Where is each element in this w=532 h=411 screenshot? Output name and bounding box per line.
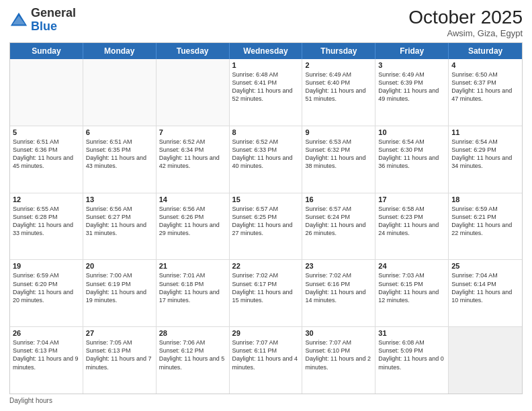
logo-blue-text: Blue <box>31 19 57 33</box>
cell-info: Sunrise: 6:48 AM Sunset: 6:41 PM Dayligh… <box>232 71 300 103</box>
day-number: 9 <box>305 128 372 136</box>
cal-week-5: 26Sunrise: 7:04 AM Sunset: 6:13 PM Dayli… <box>10 327 522 394</box>
month-title: October 2025 <box>408 7 523 28</box>
day-number: 28 <box>159 329 226 337</box>
cal-week-1: 1Sunrise: 6:48 AM Sunset: 6:41 PM Daylig… <box>10 59 522 126</box>
day-number: 21 <box>159 262 226 270</box>
day-number: 1 <box>232 61 300 69</box>
day-number: 14 <box>159 195 226 203</box>
cal-cell-day-14: 14Sunrise: 6:56 AM Sunset: 6:26 PM Dayli… <box>157 193 230 260</box>
calendar-body: 1Sunrise: 6:48 AM Sunset: 6:41 PM Daylig… <box>10 59 522 394</box>
cell-info: Sunrise: 6:51 AM Sunset: 6:36 PM Dayligh… <box>13 138 80 171</box>
day-number: 8 <box>232 128 300 136</box>
cal-cell-day-24: 24Sunrise: 7:03 AM Sunset: 6:15 PM Dayli… <box>375 260 449 326</box>
cell-info: Sunrise: 6:50 AM Sunset: 6:37 PM Dayligh… <box>451 71 519 103</box>
cal-header-thursday: Thursday <box>302 43 375 59</box>
day-number: 30 <box>305 329 372 337</box>
cell-info: Sunrise: 7:02 AM Sunset: 6:17 PM Dayligh… <box>232 271 300 304</box>
cell-info: Sunrise: 6:52 AM Sunset: 6:33 PM Dayligh… <box>232 138 300 171</box>
location: Awsim, Giza, Egypt <box>408 28 523 38</box>
cal-cell-empty <box>449 327 522 394</box>
cal-cell-day-6: 6Sunrise: 6:51 AM Sunset: 6:35 PM Daylig… <box>83 126 157 193</box>
cal-cell-empty <box>83 59 157 126</box>
day-number: 4 <box>451 61 519 69</box>
cal-cell-day-23: 23Sunrise: 7:02 AM Sunset: 6:16 PM Dayli… <box>302 260 375 326</box>
cal-week-3: 12Sunrise: 6:55 AM Sunset: 6:28 PM Dayli… <box>10 193 522 261</box>
calendar: SundayMondayTuesdayWednesdayThursdayFrid… <box>9 42 523 394</box>
cal-cell-day-10: 10Sunrise: 6:54 AM Sunset: 6:30 PM Dayli… <box>375 126 449 193</box>
cell-info: Sunrise: 6:08 AM Sunset: 5:09 PM Dayligh… <box>378 338 445 371</box>
day-number: 16 <box>305 195 372 203</box>
day-number: 11 <box>451 128 519 136</box>
cal-cell-day-19: 19Sunrise: 6:59 AM Sunset: 6:20 PM Dayli… <box>10 260 83 326</box>
cell-info: Sunrise: 7:04 AM Sunset: 6:13 PM Dayligh… <box>13 338 80 371</box>
logo-text: General Blue <box>31 7 76 34</box>
cal-cell-day-28: 28Sunrise: 7:06 AM Sunset: 6:12 PM Dayli… <box>157 327 230 394</box>
day-number: 31 <box>378 329 445 337</box>
cal-cell-day-7: 7Sunrise: 6:52 AM Sunset: 6:34 PM Daylig… <box>157 126 230 193</box>
cal-cell-day-13: 13Sunrise: 6:56 AM Sunset: 6:27 PM Dayli… <box>83 193 157 260</box>
day-number: 3 <box>378 61 445 69</box>
cell-info: Sunrise: 7:01 AM Sunset: 6:18 PM Dayligh… <box>159 271 226 304</box>
day-number: 10 <box>378 128 445 136</box>
cal-cell-day-2: 2Sunrise: 6:49 AM Sunset: 6:40 PM Daylig… <box>302 59 375 126</box>
cal-cell-day-26: 26Sunrise: 7:04 AM Sunset: 6:13 PM Dayli… <box>10 327 83 394</box>
cell-info: Sunrise: 6:56 AM Sunset: 6:27 PM Dayligh… <box>86 205 153 238</box>
cal-header-saturday: Saturday <box>449 43 522 59</box>
cell-info: Sunrise: 6:54 AM Sunset: 6:29 PM Dayligh… <box>451 138 519 171</box>
day-number: 25 <box>451 262 519 270</box>
cal-cell-day-11: 11Sunrise: 6:54 AM Sunset: 6:29 PM Dayli… <box>449 126 522 193</box>
cal-cell-day-16: 16Sunrise: 6:57 AM Sunset: 6:24 PM Dayli… <box>302 193 375 260</box>
cell-info: Sunrise: 6:58 AM Sunset: 6:23 PM Dayligh… <box>378 205 445 238</box>
day-number: 29 <box>232 329 300 337</box>
cal-cell-day-20: 20Sunrise: 7:00 AM Sunset: 6:19 PM Dayli… <box>83 260 157 326</box>
day-number: 2 <box>305 61 372 69</box>
cell-info: Sunrise: 6:56 AM Sunset: 6:26 PM Dayligh… <box>159 205 226 238</box>
cal-cell-day-4: 4Sunrise: 6:50 AM Sunset: 6:37 PM Daylig… <box>449 59 522 126</box>
cell-info: Sunrise: 6:57 AM Sunset: 6:24 PM Dayligh… <box>305 205 372 238</box>
day-number: 15 <box>232 195 300 203</box>
cal-header-friday: Friday <box>375 43 449 59</box>
cal-cell-empty <box>10 59 83 126</box>
cell-info: Sunrise: 7:04 AM Sunset: 6:14 PM Dayligh… <box>451 271 519 304</box>
page: General Blue October 2025 Awsim, Giza, E… <box>0 0 532 411</box>
title-block: October 2025 Awsim, Giza, Egypt <box>408 7 523 38</box>
cal-cell-day-31: 31Sunrise: 6:08 AM Sunset: 5:09 PM Dayli… <box>375 327 449 394</box>
cal-cell-day-30: 30Sunrise: 7:07 AM Sunset: 6:10 PM Dayli… <box>302 327 375 394</box>
footer: Daylight hours <box>9 397 523 404</box>
cell-info: Sunrise: 6:59 AM Sunset: 6:21 PM Dayligh… <box>451 205 519 238</box>
cal-cell-empty <box>157 59 230 126</box>
cell-info: Sunrise: 6:53 AM Sunset: 6:32 PM Dayligh… <box>305 138 372 171</box>
cell-info: Sunrise: 7:07 AM Sunset: 6:10 PM Dayligh… <box>305 338 372 371</box>
cal-cell-day-8: 8Sunrise: 6:52 AM Sunset: 6:33 PM Daylig… <box>230 126 303 193</box>
cell-info: Sunrise: 7:05 AM Sunset: 6:13 PM Dayligh… <box>86 338 153 371</box>
cal-cell-day-25: 25Sunrise: 7:04 AM Sunset: 6:14 PM Dayli… <box>449 260 522 326</box>
day-number: 23 <box>305 262 372 270</box>
cal-cell-day-29: 29Sunrise: 7:07 AM Sunset: 6:11 PM Dayli… <box>230 327 303 394</box>
cal-header-monday: Monday <box>83 43 157 59</box>
cell-info: Sunrise: 6:55 AM Sunset: 6:28 PM Dayligh… <box>13 205 80 238</box>
day-number: 13 <box>86 195 153 203</box>
cell-info: Sunrise: 7:06 AM Sunset: 6:12 PM Dayligh… <box>159 338 226 371</box>
day-number: 7 <box>159 128 226 136</box>
day-number: 12 <box>13 195 80 203</box>
cell-info: Sunrise: 6:59 AM Sunset: 6:20 PM Dayligh… <box>13 271 80 304</box>
cell-info: Sunrise: 7:02 AM Sunset: 6:16 PM Dayligh… <box>305 271 372 304</box>
cell-info: Sunrise: 6:51 AM Sunset: 6:35 PM Dayligh… <box>86 138 153 171</box>
cell-info: Sunrise: 6:57 AM Sunset: 6:25 PM Dayligh… <box>232 205 300 238</box>
cell-info: Sunrise: 6:52 AM Sunset: 6:34 PM Dayligh… <box>159 138 226 171</box>
cal-week-2: 5Sunrise: 6:51 AM Sunset: 6:36 PM Daylig… <box>10 126 522 193</box>
cal-cell-day-1: 1Sunrise: 6:48 AM Sunset: 6:41 PM Daylig… <box>230 59 303 126</box>
day-number: 27 <box>86 329 153 337</box>
cal-cell-day-3: 3Sunrise: 6:49 AM Sunset: 6:39 PM Daylig… <box>375 59 449 126</box>
cell-info: Sunrise: 6:49 AM Sunset: 6:40 PM Dayligh… <box>305 71 372 103</box>
cal-cell-day-18: 18Sunrise: 6:59 AM Sunset: 6:21 PM Dayli… <box>449 193 522 260</box>
cal-header-tuesday: Tuesday <box>157 43 230 59</box>
cal-header-sunday: Sunday <box>10 43 83 59</box>
day-number: 24 <box>378 262 445 270</box>
day-number: 6 <box>86 128 153 136</box>
cell-info: Sunrise: 6:54 AM Sunset: 6:30 PM Dayligh… <box>378 138 445 171</box>
cal-cell-day-12: 12Sunrise: 6:55 AM Sunset: 6:28 PM Dayli… <box>10 193 83 260</box>
header: General Blue October 2025 Awsim, Giza, E… <box>9 7 523 38</box>
cal-cell-day-22: 22Sunrise: 7:02 AM Sunset: 6:17 PM Dayli… <box>230 260 303 326</box>
